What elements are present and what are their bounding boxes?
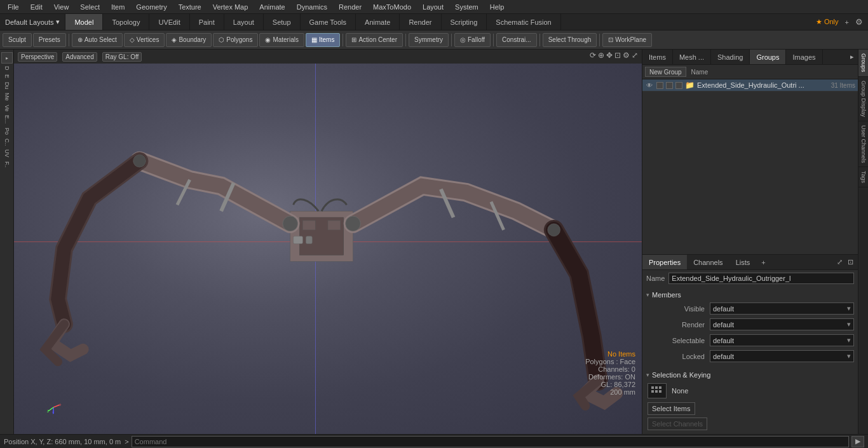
auto-select-button[interactable]: ⊕ Auto Select	[72, 33, 123, 47]
menu-vertex-map[interactable]: Vertex Map	[208, 2, 254, 12]
props-tab-channels[interactable]: Channels	[687, 255, 729, 269]
selectable-select[interactable]: default ▾	[710, 334, 854, 346]
falloff-button[interactable]: ◎ Falloff	[454, 33, 491, 47]
menu-item[interactable]: Item	[106, 2, 130, 12]
command-input[interactable]	[132, 436, 849, 447]
visible-select[interactable]: default ▾	[710, 302, 854, 315]
sidebar-label-v[interactable]: Ve	[3, 104, 11, 113]
sculpt-button[interactable]: Sculpt	[3, 33, 32, 47]
group-checkbox-2[interactable]	[666, 82, 673, 89]
sidebar-label-em[interactable]: E...	[3, 114, 11, 125]
action-center-button[interactable]: ⊞ Action Center	[346, 33, 403, 47]
sidebar-label-pol[interactable]: Po	[3, 126, 11, 136]
command-expand-button[interactable]: >	[125, 438, 128, 445]
selection-keying-header[interactable]: ▾ Selection & Keying	[642, 369, 858, 381]
layout-selector[interactable]: Default Layouts ▾	[0, 14, 65, 30]
menu-maxtomodo[interactable]: MaxToModo	[368, 2, 416, 12]
locked-select[interactable]: default ▾	[710, 350, 854, 362]
add-panel-tab-button[interactable]: ▸	[846, 50, 858, 64]
props-expand-button[interactable]: ⤢	[835, 257, 844, 267]
sidebar-label-dup[interactable]: Du	[3, 81, 11, 91]
sidebar-label-d[interactable]: D	[3, 65, 11, 72]
menu-select[interactable]: Select	[75, 2, 105, 12]
menu-view[interactable]: View	[49, 2, 74, 12]
tab-topology[interactable]: Topology	[103, 14, 149, 30]
menu-animate[interactable]: Animate	[254, 2, 290, 12]
rs-tab-tags[interactable]: Tags	[858, 167, 868, 187]
name-input[interactable]	[668, 273, 854, 284]
menu-system[interactable]: System	[450, 2, 484, 12]
menu-dynamics[interactable]: Dynamics	[292, 2, 332, 12]
tab-uvedit[interactable]: UVEdit	[149, 14, 189, 30]
sidebar-label-e[interactable]: E	[3, 73, 11, 79]
select-channels-button[interactable]: Select Channels	[648, 417, 707, 430]
sidebar-label-uv[interactable]: UV	[3, 148, 11, 159]
rs-tab-group-display[interactable]: Group Display	[858, 77, 868, 121]
render-select[interactable]: default ▾	[710, 318, 854, 330]
tab-shading[interactable]: Shading	[711, 50, 750, 64]
menu-edit[interactable]: Edit	[25, 2, 48, 12]
viewport-mode-button[interactable]: Perspective	[18, 52, 57, 62]
tab-paint[interactable]: Paint	[190, 14, 224, 30]
tab-animate[interactable]: Animate	[356, 14, 400, 30]
sidebar-label-f[interactable]: F..	[3, 160, 11, 169]
viewport-expand-icon[interactable]: ⤢	[632, 51, 638, 60]
group-list-item[interactable]: 👁 📁 Extended_Side_Hydraulic_Outri ... 31…	[642, 79, 858, 92]
group-render-checkbox[interactable]	[656, 82, 663, 89]
viewport-canvas[interactable]: No Items Polygons : Face Channels: 0 Def…	[14, 64, 642, 434]
viewport-fit-icon[interactable]: ⊡	[614, 51, 621, 60]
sidebar-label-c[interactable]: C..	[3, 137, 11, 147]
viewport-raygl-button[interactable]: Ray GL: Off	[102, 52, 142, 62]
constraints-button[interactable]: Constrai...	[496, 33, 537, 47]
viewport-pan-icon[interactable]: ✥	[606, 51, 613, 60]
sidebar-label-mes[interactable]: Me	[3, 92, 11, 102]
members-section-header[interactable]: ▾ Members	[642, 289, 858, 301]
add-props-tab-button[interactable]: +	[757, 259, 769, 266]
polygons-button[interactable]: ⬡ Polygons	[213, 33, 258, 47]
materials-button[interactable]: ◉ Materials	[259, 33, 304, 47]
props-tab-properties[interactable]: Properties	[642, 255, 687, 269]
add-layout-button[interactable]: +	[841, 17, 853, 27]
viewport[interactable]: Perspective Advanced Ray GL: Off ⟳ ⊕ ✥ ⊡…	[14, 50, 642, 434]
select-items-button[interactable]: Select Items	[648, 402, 695, 415]
viewport-shading-button[interactable]: Advanced	[62, 52, 97, 62]
rs-tab-user-channels[interactable]: User Channels	[858, 121, 868, 168]
rs-tab-groups[interactable]: Groups	[858, 50, 868, 77]
tab-model[interactable]: Model	[65, 14, 103, 30]
boundary-button[interactable]: ◈ Boundary	[166, 33, 212, 47]
tab-setup[interactable]: Setup	[264, 14, 301, 30]
tab-scripting[interactable]: Scripting	[442, 14, 487, 30]
group-checkbox-3[interactable]	[675, 82, 682, 89]
vertices-button[interactable]: ◇ Vertices	[124, 33, 165, 47]
menu-file[interactable]: File	[3, 2, 24, 12]
props-detach-button[interactable]: ⊡	[846, 257, 855, 267]
tab-images[interactable]: Images	[786, 50, 822, 64]
keying-icon-button[interactable]	[648, 383, 667, 398]
tab-mesh[interactable]: Mesh ...	[673, 50, 711, 64]
workplane-button[interactable]: ⊡ WorkPlane	[602, 33, 652, 47]
presets-button[interactable]: Presets	[33, 33, 66, 47]
tab-layout[interactable]: Layout	[224, 14, 264, 30]
viewport-settings-icon[interactable]: ⚙	[623, 51, 630, 60]
command-execute-button[interactable]: ▶	[851, 436, 864, 447]
menu-geometry[interactable]: Geometry	[131, 2, 172, 12]
symmetry-button[interactable]: Symmetry	[409, 33, 449, 47]
tab-game-tools[interactable]: Game Tools	[301, 14, 356, 30]
tab-render[interactable]: Render	[400, 14, 441, 30]
new-group-button[interactable]: New Group	[645, 67, 686, 77]
sidebar-icon-1[interactable]: ▸	[1, 52, 13, 64]
tab-items[interactable]: Items	[642, 50, 673, 64]
items-button[interactable]: ▦ Items	[306, 33, 340, 47]
props-tab-lists[interactable]: Lists	[729, 255, 757, 269]
menu-texture[interactable]: Texture	[173, 2, 207, 12]
menu-render[interactable]: Render	[334, 2, 367, 12]
tab-groups[interactable]: Groups	[750, 50, 786, 64]
select-through-button[interactable]: Select Through	[543, 33, 597, 47]
tab-schematic-fusion[interactable]: Schematic Fusion	[487, 14, 560, 30]
viewport-zoom-icon[interactable]: ⊕	[598, 51, 604, 60]
menu-help[interactable]: Help	[485, 2, 510, 12]
group-visibility-icon[interactable]: 👁	[645, 81, 654, 90]
menu-layout[interactable]: Layout	[417, 2, 449, 12]
settings-icon[interactable]: ⚙	[855, 17, 863, 27]
viewport-rotate-icon[interactable]: ⟳	[590, 51, 596, 60]
